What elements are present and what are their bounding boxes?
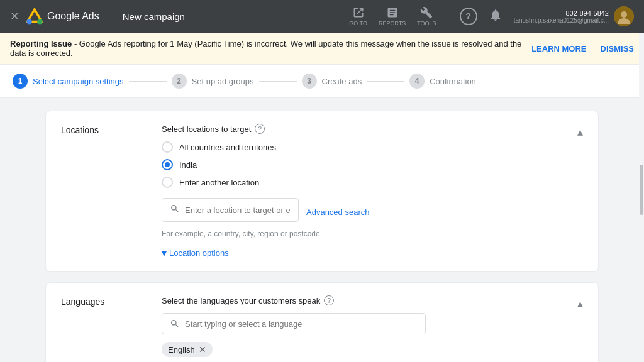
reports-icon <box>386 6 399 19</box>
banner-message: Reporting Issue - Google Ads reporting f… <box>10 39 528 58</box>
logo-svg <box>26 8 43 25</box>
brand-name: Google Ads <box>47 11 99 22</box>
help-button[interactable]: ? <box>460 8 477 25</box>
dismiss-button[interactable]: DISMISS <box>601 44 634 53</box>
locations-collapse-button[interactable]: ▴ <box>577 124 583 139</box>
user-phone: 802-894-5842 <box>514 9 609 17</box>
reports-label: REPORTS <box>379 20 406 26</box>
languages-label: Languages <box>61 295 162 307</box>
advanced-search-link[interactable]: Advanced search <box>306 207 369 217</box>
step-4-label: Confirmation <box>430 77 476 86</box>
tools-label: TOOLS <box>417 20 436 26</box>
location-radio-group: All countries and territories India Ente… <box>162 141 577 188</box>
step-connector-1 <box>129 81 167 82</box>
locations-card: Locations Select locations to target ? A… <box>45 111 599 272</box>
goto-icon <box>352 6 365 19</box>
step-2-circle: 2 <box>172 74 187 89</box>
step-2[interactable]: 2 Set up ad groups <box>172 74 254 89</box>
radio-other-location[interactable]: Enter another location <box>162 177 577 188</box>
search-svg <box>170 204 180 214</box>
step-1[interactable]: 1 Select campaign settings <box>13 74 124 89</box>
step-1-circle: 1 <box>13 74 28 89</box>
step-1-label: Select campaign settings <box>33 77 124 86</box>
languages-header: Select the languages your customers spea… <box>162 295 577 305</box>
language-chips: English ✕ <box>162 342 577 357</box>
step-connector-2 <box>259 81 297 82</box>
step-3-label: Create ads <box>322 77 362 86</box>
english-chip-label: English <box>168 345 195 354</box>
radio-other-label: Enter another location <box>179 178 259 187</box>
learn-more-link[interactable]: LEARN MORE <box>531 44 586 53</box>
languages-collapse-button[interactable]: ▴ <box>577 295 583 310</box>
locations-header: Select locations to target ? <box>162 124 577 134</box>
radio-circle-other <box>162 177 173 188</box>
close-icon[interactable]: ✕ <box>10 9 19 23</box>
languages-card: Languages Select the languages your cust… <box>45 282 599 362</box>
radio-india[interactable]: India <box>162 159 577 170</box>
campaign-title: New campaign <box>123 11 185 22</box>
locations-content: Select locations to target ? All countri… <box>162 124 577 259</box>
user-info: 802-894-5842 tanushri.p.saxena0125@gmail… <box>514 6 634 26</box>
step-3-circle: 3 <box>302 74 317 89</box>
banner-prefix: Reporting Issue <box>10 39 72 48</box>
languages-header-text: Select the languages your customers spea… <box>162 296 320 305</box>
location-hint: For example, a country, city, region or … <box>162 229 577 238</box>
languages-content: Select the languages your customers spea… <box>162 295 577 357</box>
banner-body: - Google Ads reporting for 1 May (Pacifi… <box>10 39 521 58</box>
step-4-circle: 4 <box>409 74 425 89</box>
avatar-image <box>614 6 634 26</box>
lang-search-icon <box>170 319 180 329</box>
language-search-box[interactable] <box>162 313 426 334</box>
radio-circle-all <box>162 141 173 153</box>
user-email: tanushri.p.saxena0125@gmail.c... <box>514 17 609 24</box>
scrollbar-thumb[interactable] <box>640 165 643 215</box>
radio-circle-india <box>162 159 173 170</box>
nav-divider <box>111 9 111 24</box>
avatar[interactable] <box>614 6 634 26</box>
tools-icon <box>420 6 433 19</box>
main-content: Locations Select locations to target ? A… <box>20 98 624 362</box>
languages-help-icon[interactable]: ? <box>324 295 334 305</box>
radio-all-countries[interactable]: All countries and territories <box>162 141 577 153</box>
step-4[interactable]: 4 Confirmation <box>409 74 476 89</box>
location-search-icon <box>170 204 180 216</box>
locations-help-icon[interactable]: ? <box>255 124 265 134</box>
english-chip-remove[interactable]: ✕ <box>199 344 206 354</box>
languages-row: Languages Select the languages your cust… <box>46 283 598 362</box>
radio-india-label: India <box>179 160 197 170</box>
language-search-input[interactable] <box>185 319 418 329</box>
location-options-chevron: ▾ <box>162 247 167 259</box>
goto-label: GO TO <box>349 20 367 26</box>
goto-button[interactable]: GO TO <box>349 6 367 26</box>
location-options-toggle[interactable]: ▾ Location options <box>162 247 577 259</box>
svg-point-1 <box>26 19 31 24</box>
locations-row: Locations Select locations to target ? A… <box>46 111 598 272</box>
radio-all-label: All countries and territories <box>179 143 276 152</box>
svg-point-4 <box>621 11 627 18</box>
step-3[interactable]: 3 Create ads <box>302 74 362 89</box>
progress-stepper: 1 Select campaign settings 2 Set up ad g… <box>0 65 644 98</box>
tools-button[interactable]: TOOLS <box>417 6 436 26</box>
step-2-label: Set up ad groups <box>192 77 254 86</box>
reporting-banner: Reporting Issue - Google Ads reporting f… <box>0 33 644 65</box>
scrollbar-track <box>639 33 644 362</box>
locations-label: Locations <box>61 124 162 135</box>
svg-point-2 <box>37 19 42 24</box>
icon-divider <box>448 6 448 26</box>
notifications-button[interactable] <box>489 8 502 25</box>
location-search-input[interactable] <box>185 206 291 215</box>
english-chip: English ✕ <box>162 342 213 357</box>
bell-icon <box>489 8 502 22</box>
locations-header-text: Select locations to target <box>162 124 251 134</box>
step-connector-3 <box>367 81 404 82</box>
reports-button[interactable]: REPORTS <box>379 6 406 26</box>
nav-icons: GO TO REPORTS TOOLS ? 802-894-5842 tanus… <box>349 6 634 26</box>
location-options-label: Location options <box>169 248 229 258</box>
top-navigation: ✕ Google Ads New campaign GO TO REPORTS … <box>0 0 644 33</box>
radio-dot-india <box>165 162 170 167</box>
location-search-box[interactable] <box>162 198 299 222</box>
google-ads-logo: Google Ads <box>26 8 99 25</box>
